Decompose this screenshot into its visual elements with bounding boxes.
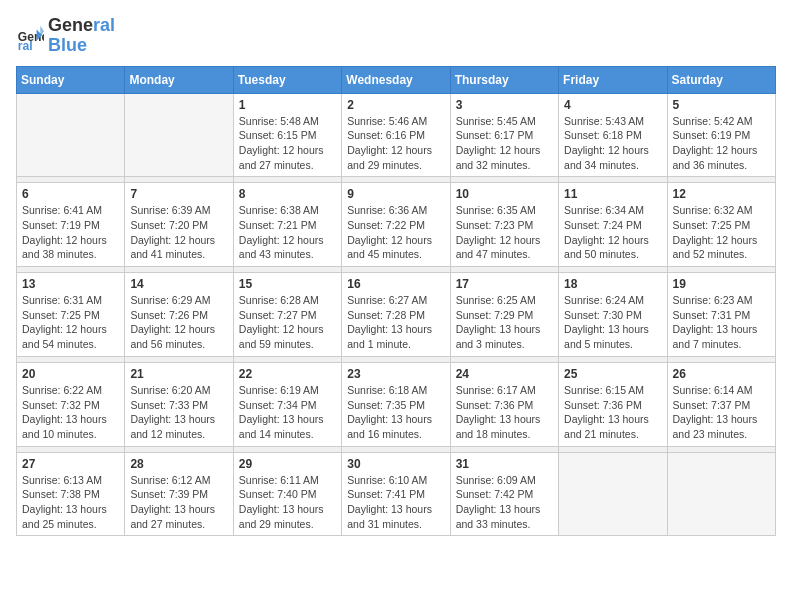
calendar-cell: 15Sunrise: 6:28 AM Sunset: 7:27 PM Dayli…	[233, 273, 341, 357]
calendar-cell: 7Sunrise: 6:39 AM Sunset: 7:20 PM Daylig…	[125, 183, 233, 267]
day-number: 16	[347, 277, 444, 291]
day-info: Sunrise: 6:17 AM Sunset: 7:36 PM Dayligh…	[456, 383, 553, 442]
calendar-cell: 1Sunrise: 5:48 AM Sunset: 6:15 PM Daylig…	[233, 93, 341, 177]
svg-text:ral: ral	[18, 39, 33, 50]
day-number: 6	[22, 187, 119, 201]
calendar-week-2: 6Sunrise: 6:41 AM Sunset: 7:19 PM Daylig…	[17, 183, 776, 267]
day-number: 23	[347, 367, 444, 381]
calendar-cell: 13Sunrise: 6:31 AM Sunset: 7:25 PM Dayli…	[17, 273, 125, 357]
calendar-cell: 26Sunrise: 6:14 AM Sunset: 7:37 PM Dayli…	[667, 362, 775, 446]
day-info: Sunrise: 6:12 AM Sunset: 7:39 PM Dayligh…	[130, 473, 227, 532]
calendar-cell: 31Sunrise: 6:09 AM Sunset: 7:42 PM Dayli…	[450, 452, 558, 536]
header-monday: Monday	[125, 66, 233, 93]
calendar-cell: 8Sunrise: 6:38 AM Sunset: 7:21 PM Daylig…	[233, 183, 341, 267]
day-info: Sunrise: 6:41 AM Sunset: 7:19 PM Dayligh…	[22, 203, 119, 262]
day-info: Sunrise: 6:10 AM Sunset: 7:41 PM Dayligh…	[347, 473, 444, 532]
day-number: 28	[130, 457, 227, 471]
day-number: 17	[456, 277, 553, 291]
header-saturday: Saturday	[667, 66, 775, 93]
day-number: 8	[239, 187, 336, 201]
day-number: 18	[564, 277, 661, 291]
calendar-cell	[125, 93, 233, 177]
logo-icon: Gene ral	[16, 22, 44, 50]
calendar-week-4: 20Sunrise: 6:22 AM Sunset: 7:32 PM Dayli…	[17, 362, 776, 446]
calendar-header-row: SundayMondayTuesdayWednesdayThursdayFrid…	[17, 66, 776, 93]
calendar-cell: 10Sunrise: 6:35 AM Sunset: 7:23 PM Dayli…	[450, 183, 558, 267]
calendar-table: SundayMondayTuesdayWednesdayThursdayFrid…	[16, 66, 776, 537]
calendar-cell: 22Sunrise: 6:19 AM Sunset: 7:34 PM Dayli…	[233, 362, 341, 446]
header-tuesday: Tuesday	[233, 66, 341, 93]
day-number: 12	[673, 187, 770, 201]
calendar-cell: 5Sunrise: 5:42 AM Sunset: 6:19 PM Daylig…	[667, 93, 775, 177]
day-info: Sunrise: 6:31 AM Sunset: 7:25 PM Dayligh…	[22, 293, 119, 352]
calendar-cell: 2Sunrise: 5:46 AM Sunset: 6:16 PM Daylig…	[342, 93, 450, 177]
day-info: Sunrise: 6:09 AM Sunset: 7:42 PM Dayligh…	[456, 473, 553, 532]
day-info: Sunrise: 6:34 AM Sunset: 7:24 PM Dayligh…	[564, 203, 661, 262]
calendar-cell: 28Sunrise: 6:12 AM Sunset: 7:39 PM Dayli…	[125, 452, 233, 536]
header-friday: Friday	[559, 66, 667, 93]
day-number: 5	[673, 98, 770, 112]
day-number: 9	[347, 187, 444, 201]
calendar-cell: 29Sunrise: 6:11 AM Sunset: 7:40 PM Dayli…	[233, 452, 341, 536]
day-number: 30	[347, 457, 444, 471]
day-info: Sunrise: 6:32 AM Sunset: 7:25 PM Dayligh…	[673, 203, 770, 262]
calendar-cell: 21Sunrise: 6:20 AM Sunset: 7:33 PM Dayli…	[125, 362, 233, 446]
day-number: 3	[456, 98, 553, 112]
day-info: Sunrise: 6:11 AM Sunset: 7:40 PM Dayligh…	[239, 473, 336, 532]
calendar-cell: 27Sunrise: 6:13 AM Sunset: 7:38 PM Dayli…	[17, 452, 125, 536]
day-number: 26	[673, 367, 770, 381]
day-number: 25	[564, 367, 661, 381]
day-info: Sunrise: 6:27 AM Sunset: 7:28 PM Dayligh…	[347, 293, 444, 352]
day-number: 27	[22, 457, 119, 471]
day-number: 4	[564, 98, 661, 112]
day-number: 21	[130, 367, 227, 381]
calendar-cell: 17Sunrise: 6:25 AM Sunset: 7:29 PM Dayli…	[450, 273, 558, 357]
day-number: 19	[673, 277, 770, 291]
calendar-cell: 3Sunrise: 5:45 AM Sunset: 6:17 PM Daylig…	[450, 93, 558, 177]
day-info: Sunrise: 6:13 AM Sunset: 7:38 PM Dayligh…	[22, 473, 119, 532]
day-info: Sunrise: 6:39 AM Sunset: 7:20 PM Dayligh…	[130, 203, 227, 262]
day-number: 29	[239, 457, 336, 471]
calendar-cell: 16Sunrise: 6:27 AM Sunset: 7:28 PM Dayli…	[342, 273, 450, 357]
day-number: 24	[456, 367, 553, 381]
day-info: Sunrise: 6:23 AM Sunset: 7:31 PM Dayligh…	[673, 293, 770, 352]
day-number: 2	[347, 98, 444, 112]
day-info: Sunrise: 6:35 AM Sunset: 7:23 PM Dayligh…	[456, 203, 553, 262]
day-number: 13	[22, 277, 119, 291]
day-number: 11	[564, 187, 661, 201]
day-info: Sunrise: 6:25 AM Sunset: 7:29 PM Dayligh…	[456, 293, 553, 352]
day-info: Sunrise: 6:29 AM Sunset: 7:26 PM Dayligh…	[130, 293, 227, 352]
calendar-cell: 25Sunrise: 6:15 AM Sunset: 7:36 PM Dayli…	[559, 362, 667, 446]
day-number: 1	[239, 98, 336, 112]
calendar-cell	[559, 452, 667, 536]
calendar-cell: 11Sunrise: 6:34 AM Sunset: 7:24 PM Dayli…	[559, 183, 667, 267]
header-thursday: Thursday	[450, 66, 558, 93]
logo: Gene ral GeneralBlue	[16, 16, 115, 56]
day-info: Sunrise: 5:42 AM Sunset: 6:19 PM Dayligh…	[673, 114, 770, 173]
day-info: Sunrise: 5:48 AM Sunset: 6:15 PM Dayligh…	[239, 114, 336, 173]
header-wednesday: Wednesday	[342, 66, 450, 93]
day-number: 14	[130, 277, 227, 291]
calendar-cell: 6Sunrise: 6:41 AM Sunset: 7:19 PM Daylig…	[17, 183, 125, 267]
day-info: Sunrise: 6:18 AM Sunset: 7:35 PM Dayligh…	[347, 383, 444, 442]
calendar-week-3: 13Sunrise: 6:31 AM Sunset: 7:25 PM Dayli…	[17, 273, 776, 357]
calendar-cell: 30Sunrise: 6:10 AM Sunset: 7:41 PM Dayli…	[342, 452, 450, 536]
day-info: Sunrise: 6:22 AM Sunset: 7:32 PM Dayligh…	[22, 383, 119, 442]
calendar-cell: 14Sunrise: 6:29 AM Sunset: 7:26 PM Dayli…	[125, 273, 233, 357]
logo-text: GeneralBlue	[48, 16, 115, 56]
page-header: Gene ral GeneralBlue	[16, 16, 776, 56]
day-info: Sunrise: 6:14 AM Sunset: 7:37 PM Dayligh…	[673, 383, 770, 442]
calendar-cell: 9Sunrise: 6:36 AM Sunset: 7:22 PM Daylig…	[342, 183, 450, 267]
day-info: Sunrise: 6:28 AM Sunset: 7:27 PM Dayligh…	[239, 293, 336, 352]
day-info: Sunrise: 6:24 AM Sunset: 7:30 PM Dayligh…	[564, 293, 661, 352]
day-info: Sunrise: 6:15 AM Sunset: 7:36 PM Dayligh…	[564, 383, 661, 442]
day-number: 15	[239, 277, 336, 291]
calendar-cell: 4Sunrise: 5:43 AM Sunset: 6:18 PM Daylig…	[559, 93, 667, 177]
day-number: 22	[239, 367, 336, 381]
calendar-cell	[17, 93, 125, 177]
header-sunday: Sunday	[17, 66, 125, 93]
calendar-cell: 24Sunrise: 6:17 AM Sunset: 7:36 PM Dayli…	[450, 362, 558, 446]
calendar-cell: 23Sunrise: 6:18 AM Sunset: 7:35 PM Dayli…	[342, 362, 450, 446]
calendar-cell: 20Sunrise: 6:22 AM Sunset: 7:32 PM Dayli…	[17, 362, 125, 446]
day-info: Sunrise: 6:20 AM Sunset: 7:33 PM Dayligh…	[130, 383, 227, 442]
